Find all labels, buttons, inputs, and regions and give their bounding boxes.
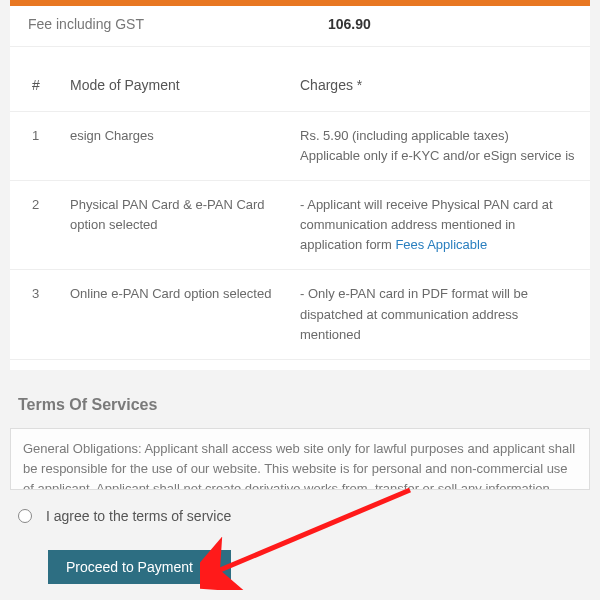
row-mode: Physical PAN Card & e-PAN Card option se…: [58, 180, 288, 269]
col-header-charges: Charges *: [288, 61, 590, 111]
fees-applicable-link[interactable]: Fees Applicable: [395, 237, 487, 252]
fees-panel: Fee including GST 106.90 # Mode of Payme…: [10, 0, 590, 370]
row-mode: Online e-PAN Card option selected: [58, 270, 288, 359]
table-row: 1 esign Charges Rs. 5.90 (including appl…: [10, 111, 590, 180]
table-row: 3 Online e-PAN Card option selected - On…: [10, 270, 590, 359]
row-num: 3: [10, 270, 58, 359]
row-charges: Rs. 5.90 (including applicable taxes) Ap…: [288, 111, 590, 180]
charges-table: # Mode of Payment Charges * 1 esign Char…: [10, 61, 590, 360]
proceed-to-payment-button[interactable]: Proceed to Payment ➔: [48, 550, 231, 584]
agree-label: I agree to the terms of service: [46, 508, 231, 524]
proceed-label: Proceed to Payment: [66, 559, 193, 575]
agree-radio[interactable]: [18, 509, 32, 523]
row-num: 1: [10, 111, 58, 180]
fee-value: 106.90: [328, 16, 371, 32]
agree-row[interactable]: I agree to the terms of service: [18, 508, 582, 524]
fee-including-gst-row: Fee including GST 106.90: [10, 10, 590, 47]
arrow-right-icon: ➔: [203, 560, 213, 574]
row-charges: - Only e-PAN card in PDF format will be …: [288, 270, 590, 359]
row-charges: - Applicant will receive Physical PAN ca…: [288, 180, 590, 269]
fee-label: Fee including GST: [28, 16, 328, 32]
col-header-num: #: [10, 61, 58, 111]
col-header-mode: Mode of Payment: [58, 61, 288, 111]
accent-bar: [10, 0, 590, 6]
row-mode: esign Charges: [58, 111, 288, 180]
terms-section: Terms Of Services General Obligations: A…: [10, 396, 590, 584]
row1-line2: Applicable only if e-KYC and/or eSign se…: [300, 148, 575, 163]
table-row: 2 Physical PAN Card & e-PAN Card option …: [10, 180, 590, 269]
row1-line1: Rs. 5.90 (including applicable taxes): [300, 128, 509, 143]
row-num: 2: [10, 180, 58, 269]
table-header-row: # Mode of Payment Charges *: [10, 61, 590, 111]
terms-title: Terms Of Services: [18, 396, 582, 414]
terms-body[interactable]: General Obligations: Applicant shall acc…: [10, 428, 590, 490]
